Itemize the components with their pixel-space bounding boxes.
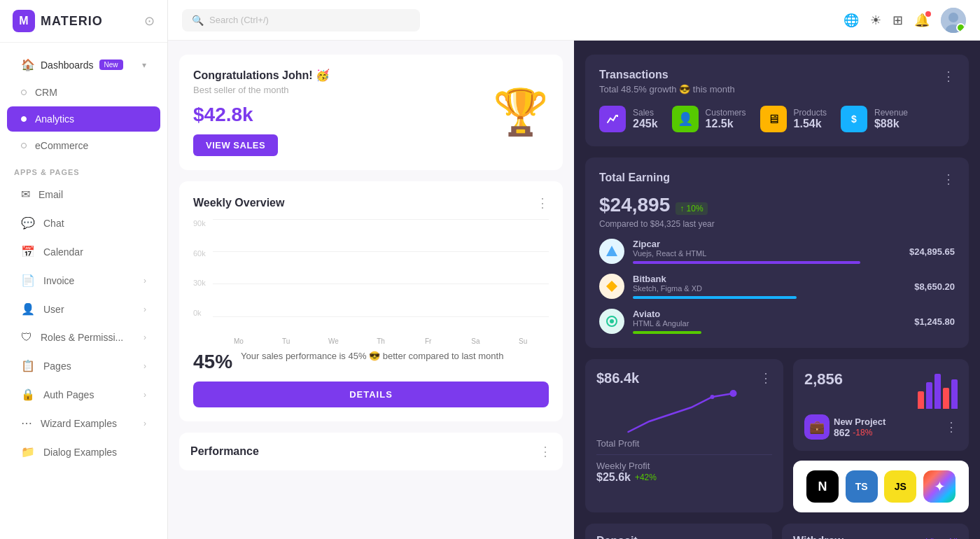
sparkline [918,370,958,409]
congrats-info: Congratulations John! 🥳 Best seller of t… [193,69,330,156]
weekly-more-button[interactable]: ⋮ [536,195,549,211]
products-icon: 🖥 [760,106,787,132]
zipcar-name: Zipcar [633,239,901,249]
stat-label: Products [794,108,827,118]
stat-value: $88k [874,118,908,130]
invoice-icon: 📄 [21,274,35,287]
trophy-icon: 🏆 [493,86,549,139]
sidebar-item-label: Calendar [43,246,83,258]
view-sales-button[interactable]: VIEW SALES [193,134,278,156]
transactions-subtitle: Total 48.5% growth 😎 this month [599,84,735,94]
performance-card-header: Performance ⋮ [190,444,552,459]
sidebar-item-label: Chat [43,218,64,229]
performance-more-button[interactable]: ⋮ [539,444,552,459]
profit-more-button[interactable]: ⋮ [760,370,772,386]
stat-revenue: $ Revenue $88k [841,106,908,132]
weekly-profit-label: Weekly Profit [596,461,650,471]
apps-pages-label: APPS & PAGES [0,160,167,179]
performance-title: Performance [190,445,259,458]
earning-growth-badge: ↑ 10% [676,202,707,215]
grid-icon[interactable]: ⊞ [892,13,903,28]
transactions-title: Transactions [599,69,735,81]
avatar[interactable] [941,8,966,33]
y-label: 90k [193,219,206,227]
spark-bar [943,388,949,409]
nextjs-logo: N [806,470,839,503]
bitbank-progress [633,296,797,299]
stat-label: Sales [633,108,658,118]
big-number: 2,856 [804,370,843,388]
weekly-title: Weekly Overview [193,197,284,209]
sidebar-item-dashboards[interactable]: 🏠 Dashboards New ▾ [7,51,160,78]
sidebar-item-user[interactable]: 👤 User › [7,295,160,323]
pages-icon: 📋 [21,359,35,372]
aviato-amount: $1,245.80 [914,316,955,327]
sidebar-item-crm[interactable]: CRM [7,80,160,105]
svg-marker-3 [606,246,617,256]
sidebar-item-ecommerce[interactable]: eCommerce [7,133,160,158]
congrats-title: Congratulations John! 🥳 [193,69,330,82]
sidebar-item-label: Wizard Examples [41,418,117,429]
sidebar-item-email[interactable]: ✉ Email [7,181,160,208]
earning-item-bitbank: Bitbank Sketch, Figma & XD $8,650.20 [599,274,955,299]
logo-text: MATERIO [41,14,103,29]
earning-compare: Compared to $84,325 last year [599,219,955,229]
sidebar-item-pages[interactable]: 📋 Pages › [7,352,160,379]
zipcar-icon [599,239,624,264]
notifications-button[interactable]: 🔔 [914,13,930,28]
profit-line-chart [596,386,772,435]
chat-icon: 💬 [21,216,35,230]
zipcar-amount: $24,895.65 [909,246,955,257]
sidebar-item-calendar[interactable]: 📅 Calendar [7,238,160,265]
weekly-overview-card: Weekly Overview ⋮ 90k 60k 30k 0k [179,181,563,421]
sidebar-target-icon[interactable]: ⊙ [144,13,155,29]
svg-point-7 [710,395,715,399]
sidebar-header: M MATERIO ⊙ [0,0,167,43]
shield-icon: 🛡 [21,331,32,344]
stat-value: 12.5k [706,118,746,130]
svg-point-1 [948,13,958,22]
performance-row: 45% Your sales performance is 45% 😎 bett… [193,351,549,373]
chevron-right-icon: › [144,304,146,314]
dashboards-badge: New [99,59,123,70]
brightness-icon[interactable]: ☀ [870,13,881,28]
aviato-name: Aviato [633,309,906,319]
search-box[interactable]: 🔍 Search (Ctrl+/) [182,9,420,31]
sidebar-item-roles[interactable]: 🛡 Roles & Permissi... › [7,324,160,351]
stat-sales: Sales 245k [599,106,658,132]
sidebar-item-invoice[interactable]: 📄 Invoice › [7,267,160,294]
javascript-logo: JS [884,470,916,503]
earning-more-button[interactable]: ⋮ [942,172,955,187]
total-earning-card: Total Earning ⋮ $24,895 ↑ 10% Compared t… [585,158,969,348]
dot-icon [21,90,27,95]
bitbank-icon [599,274,624,299]
x-label: We [313,337,354,345]
sidebar-item-wizard[interactable]: ⋯ Wizard Examples › [7,410,160,437]
transactions-more-button[interactable]: ⋮ [942,69,955,84]
x-label: Mo [218,337,259,345]
email-icon: ✉ [21,188,30,201]
sidebar-item-chat[interactable]: 💬 Chat [7,209,160,237]
sidebar-item-label: User [43,304,64,315]
sidebar: M MATERIO ⊙ 🏠 Dashboards New ▾ CRM Analy… [0,0,168,539]
project-value: 862 [834,427,850,438]
chevron-right-icon: › [144,276,146,286]
sidebar-item-auth[interactable]: 🔒 Auth Pages › [7,381,160,408]
y-label: 60k [193,249,206,258]
weekly-profit-change: +42% [635,472,657,482]
sidebar-item-analytics[interactable]: Analytics [7,106,160,132]
congrats-subtitle: Best seller of the month [193,85,330,95]
details-button[interactable]: DETAILS [193,382,549,407]
performance-card: Performance ⋮ [179,433,563,470]
weekly-card-header: Weekly Overview ⋮ [193,195,549,211]
congratulations-card: Congratulations John! 🥳 Best seller of t… [179,55,563,170]
sales-icon [599,106,626,132]
sidebar-item-dialog[interactable]: 📁 Dialog Examples [7,438,160,465]
x-label: Sa [456,337,496,345]
project-more-button[interactable]: ⋮ [945,419,958,435]
view-all-link[interactable]: View All [926,536,958,540]
typescript-logo: TS [846,470,878,503]
translate-icon[interactable]: 🌐 [844,13,859,28]
spark-bar [951,379,958,409]
aviato-progress [633,331,701,334]
